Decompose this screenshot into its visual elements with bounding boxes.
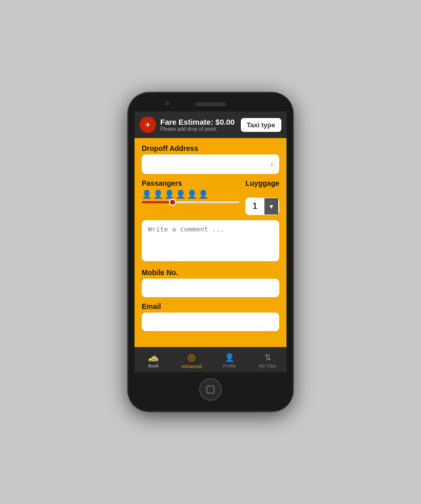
luggage-value: 1	[245, 198, 264, 215]
luggage-label: Luyggage	[245, 179, 279, 187]
fare-icon: ✈	[140, 117, 156, 133]
passengers-luggage-row: Passangers 👤 👤 👤 👤 👤 👤 L	[142, 179, 279, 215]
tab-bar: 🚕 Book ◎ Advanced 👤 Profile ⇅ My Trips	[135, 347, 286, 372]
content-area: Dropoff Address › Passangers 👤 👤 👤 👤 👤	[135, 138, 286, 347]
fare-sub: Please add drop of point.	[160, 126, 237, 132]
person-icon-6: 👤	[198, 189, 208, 199]
luggage-control: 1 ▾	[245, 198, 279, 215]
taxi-type-button[interactable]: Taxi type	[241, 118, 281, 132]
dropoff-label: Dropoff Address	[142, 144, 279, 152]
tab-book-label: Book	[148, 363, 159, 369]
speaker	[195, 102, 226, 106]
tab-book[interactable]: 🚕 Book	[135, 347, 173, 372]
home-button-square	[206, 385, 215, 394]
passengers-label: Passangers	[142, 179, 239, 187]
mobile-label: Mobile No.	[142, 268, 279, 277]
person-icon-2: 👤	[153, 189, 163, 199]
tab-advanced[interactable]: ◎ Advanced	[173, 347, 210, 372]
passengers-section: Passangers 👤 👤 👤 👤 👤 👤	[142, 179, 239, 203]
passengers-slider-fill	[142, 201, 171, 203]
tab-mytrips[interactable]: ⇅ My Trips	[248, 347, 286, 372]
header-bar: ✈ Fare Estimate: $0.00 Please add drop o…	[135, 111, 286, 138]
book-icon: 🚕	[148, 353, 159, 362]
phone-screen: ✈ Fare Estimate: $0.00 Please add drop o…	[135, 111, 286, 372]
arrow-right-icon: ›	[271, 160, 273, 169]
dropoff-wrapper: ›	[142, 154, 279, 174]
people-icons: 👤 👤 👤 👤 👤 👤	[142, 189, 239, 199]
fare-amount: Fare Estimate: $0.00	[160, 118, 237, 126]
email-section: Email	[142, 302, 279, 331]
camera	[165, 101, 169, 105]
advanced-icon: ◎	[187, 352, 196, 363]
home-button[interactable]	[199, 378, 222, 401]
phone-frame: ✈ Fare Estimate: $0.00 Please add drop o…	[128, 93, 293, 411]
tab-mytrips-label: My Trips	[259, 363, 276, 369]
email-label: Email	[142, 302, 279, 311]
tab-advanced-label: Advanced	[181, 364, 202, 369]
phone-bottom	[199, 372, 222, 405]
person-icon-1: 👤	[142, 189, 152, 199]
mytrips-icon: ⇅	[264, 353, 271, 362]
dropoff-section: Dropoff Address ›	[142, 144, 279, 174]
profile-icon: 👤	[224, 353, 235, 362]
passengers-slider-track[interactable]	[142, 201, 239, 203]
person-icon-5: 👤	[187, 189, 197, 199]
comment-section	[142, 220, 279, 263]
tab-profile-label: Profile	[223, 363, 236, 369]
mobile-section: Mobile No.	[142, 268, 279, 297]
email-input[interactable]	[142, 313, 279, 331]
luggage-dropdown-button[interactable]: ▾	[264, 198, 278, 215]
passengers-slider-thumb[interactable]	[169, 199, 176, 206]
mobile-input[interactable]	[142, 279, 279, 297]
luggage-section: Luyggage 1 ▾	[245, 179, 279, 215]
dropoff-input[interactable]	[142, 154, 279, 174]
fare-text: Fare Estimate: $0.00 Please add drop of …	[160, 118, 237, 132]
comment-input[interactable]	[142, 220, 279, 261]
person-icon-4: 👤	[176, 189, 186, 199]
tab-profile[interactable]: 👤 Profile	[210, 347, 248, 372]
person-icon-3: 👤	[164, 189, 175, 199]
phone-top-bar	[135, 99, 286, 111]
